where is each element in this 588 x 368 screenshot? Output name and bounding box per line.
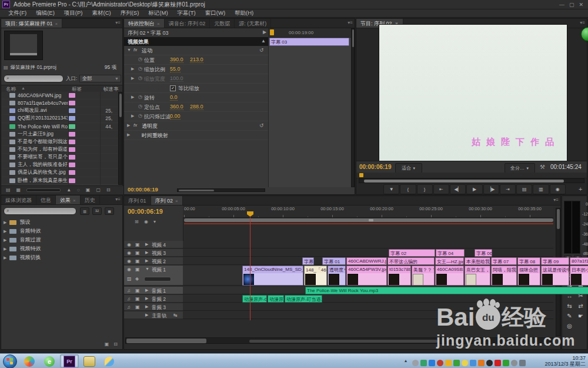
lift-button[interactable]: ▤	[516, 184, 532, 194]
effect-property-row[interactable]: ◷位置390.0213.0	[124, 55, 268, 65]
stopwatch-icon[interactable]: ◷	[138, 57, 142, 62]
property-value[interactable]: 288.0	[190, 104, 203, 110]
list-view-icon[interactable]: ▤	[6, 188, 11, 193]
collapse-section-icon[interactable]: ▲	[261, 39, 266, 44]
expand-track-icon[interactable]: ▶	[145, 304, 148, 309]
tray-icon[interactable]	[412, 360, 419, 366]
close-tab-icon[interactable]: ×	[175, 198, 178, 204]
expand-arrow-icon[interactable]: ▶	[4, 229, 6, 233]
tray-icon[interactable]	[511, 360, 517, 366]
track-header-视频 4[interactable]: ◉▣▶视频 4	[124, 241, 183, 248]
twirl-arrow-icon[interactable]: ▶	[131, 76, 134, 81]
tab-媒体浏览器[interactable]: 媒体浏览器	[1, 195, 36, 204]
tray-icon[interactable]	[453, 360, 460, 366]
add-button-icon[interactable]: +	[579, 185, 582, 193]
timeline-clip[interactable]: 字幕 07	[491, 257, 517, 265]
expand-arrow-icon[interactable]: ▶	[4, 220, 6, 224]
step-forward-button[interactable]: ▕▶	[483, 184, 499, 194]
taskbar-360-safety[interactable]	[20, 354, 39, 368]
panel-menu-icon[interactable]: ▾≡	[553, 197, 559, 203]
timeline-clip[interactable]: 猫咪合照，	[517, 266, 540, 286]
eye-icon[interactable]: ◉	[127, 267, 131, 272]
tab-sequence-02[interactable]: 序列 02×	[151, 196, 183, 205]
expand-track-icon[interactable]: ▶	[145, 242, 148, 247]
expand-track-icon[interactable]: ▶	[145, 250, 148, 255]
timeline-clip[interactable]: 460CABDWWRJ.jpg	[346, 257, 387, 265]
settings-wrench-icon[interactable]: ⚒	[540, 164, 545, 170]
timeline-clip[interactable]: 字幕 04	[436, 249, 465, 257]
effects-folder[interactable]: ▶视频特效	[4, 244, 120, 253]
tab-历史[interactable]: 历史	[81, 195, 100, 204]
stopwatch-icon[interactable]: ◷	[138, 75, 142, 81]
tray-icon[interactable]	[495, 360, 501, 366]
speaker-icon[interactable]: ♫	[127, 288, 131, 293]
add-marker-button[interactable]: ▼	[383, 184, 399, 194]
timeline-clip[interactable]: 美腿？？？？	[412, 266, 435, 286]
project-item-row[interactable]: 偶是认真的牧兔犬.jpg	[1, 169, 118, 177]
close-tab-icon[interactable]: ×	[73, 198, 76, 203]
stopwatch-icon[interactable]: ◷	[138, 66, 142, 71]
effects-folder[interactable]: ▶音频过渡	[4, 236, 120, 244]
panel-menu-icon[interactable]: ▾≡	[348, 20, 353, 25]
taskbar-messenger[interactable]	[100, 354, 119, 368]
taskbar-video-app[interactable]	[80, 354, 99, 368]
timeline-clip[interactable]: 字幕 09	[541, 257, 569, 265]
property-value[interactable]: 100.0	[170, 75, 183, 82]
set-marker-icon[interactable]: ▾	[153, 220, 156, 224]
tray-icon[interactable]	[486, 360, 493, 366]
timeline-clip[interactable]: 动漫原声-0	[242, 295, 267, 303]
project-item-row[interactable]: 不知为何，却有种霸道的	[1, 146, 118, 154]
timeline-clip[interactable]: 字幕 02	[389, 249, 435, 257]
track-height-slider[interactable]	[144, 277, 171, 281]
timeline-clip[interactable]: The Police-We Will Rock You.mp3	[305, 287, 588, 294]
menu-item[interactable]: 项目(P)	[59, 9, 88, 17]
timeline-clip[interactable]: 460CA54PW3V.jpg	[346, 266, 387, 286]
timeline-clip[interactable]: 不带这么骗的	[387, 257, 435, 265]
video-effects-section-header[interactable]: 视频效果 ▲	[124, 37, 268, 46]
new-item-icon[interactable]: ▢	[96, 188, 101, 193]
lock-track-icon[interactable]: ▣	[135, 258, 140, 264]
playback-resolution-dropdown[interactable]: 全分… ▼	[505, 163, 535, 173]
lock-track-icon[interactable]: ▣	[135, 288, 140, 293]
fit-dropdown[interactable]: 适合 ▼	[395, 163, 422, 173]
timeline-clip[interactable]: 460CA09SB1Y	[435, 266, 464, 286]
project-item-row[interactable]: 一只土豪汪9.jpg	[1, 131, 118, 138]
eye-icon[interactable]: ◉	[127, 250, 131, 256]
set-display-style-icon[interactable]: ▨	[127, 276, 132, 281]
timeline-ruler[interactable]: 00:0000:00:05:0000:00:10:0000:00:15:0000…	[183, 205, 553, 218]
timeline-clip[interactable]: 字幕 08	[517, 257, 540, 265]
timeline-clip[interactable]: 透明度▼	[328, 266, 346, 286]
timeline-clip[interactable]: 148_OnCloudNine_MS_SD_SD_Pi	[242, 266, 303, 286]
tray-icon[interactable]	[470, 360, 476, 366]
mark-out-button[interactable]: }	[417, 184, 433, 194]
tray-icon[interactable]	[503, 360, 509, 366]
lock-track-icon[interactable]: ▣	[135, 267, 140, 272]
timeline-clip[interactable]: 本来想给我(	[465, 257, 490, 265]
tray-icon[interactable]	[519, 360, 526, 366]
expand-track-icon[interactable]: ▶	[145, 258, 148, 263]
property-value[interactable]: 213.0	[190, 57, 203, 63]
effect-controls-hscrollbar[interactable]	[177, 188, 265, 192]
project-item-row[interactable]: 460CA09AFWN.jpg	[1, 92, 118, 100]
marker-icon[interactable]	[359, 173, 363, 177]
track-lane[interactable]	[183, 241, 553, 248]
timeline-clip[interactable]: 动漫原声	[268, 295, 284, 303]
zoom-slider[interactable]	[26, 188, 61, 192]
snap-toggle-icon[interactable]: ⊞	[135, 220, 139, 224]
play-button[interactable]: ▶	[466, 184, 482, 194]
stopwatch-icon[interactable]: ◷	[138, 113, 142, 118]
restore-icon[interactable]: ▢	[569, 2, 574, 8]
expand-arrow-icon[interactable]: ▶	[4, 247, 6, 251]
effect-property-row[interactable]: ▶时间重映射	[124, 131, 268, 140]
expand-arrow-icon[interactable]: ▶	[4, 238, 6, 242]
timeline-clip[interactable]: 动漫原声-叮当遇.m	[285, 295, 322, 303]
title-bar[interactable]: Pr Adobe Premiere Pro - C:\用户\Administra…	[0, 0, 588, 9]
set-encore-chapter-icon[interactable]: ◉	[144, 220, 148, 224]
effects-folder[interactable]: ▶预设	[4, 218, 120, 227]
project-item-row[interactable]: QQ图片20131202134353.g25,	[1, 115, 118, 122]
project-file-row[interactable]: ▤ 爆笑麻辣拌 01.prproj 95 项	[4, 64, 120, 72]
track-lane[interactable]	[183, 249, 553, 257]
close-tab-icon[interactable]: ×	[55, 21, 58, 26]
project-item-row[interactable]: chi蜀改后.avi25,	[1, 107, 118, 115]
twirl-arrow-icon[interactable]: ▶	[131, 95, 134, 100]
